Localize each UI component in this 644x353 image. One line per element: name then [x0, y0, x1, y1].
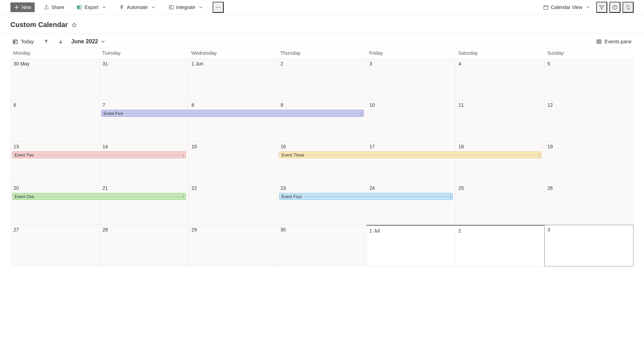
- date-label: 28: [103, 227, 108, 232]
- date-label: 12: [547, 102, 553, 108]
- calendar-event[interactable]: Event Two: [12, 151, 186, 158]
- calendar-cell[interactable]: 3: [367, 59, 456, 100]
- date-label: 16: [281, 144, 286, 149]
- today-button[interactable]: Today: [10, 37, 36, 46]
- filter-button[interactable]: [596, 2, 607, 13]
- calendar-cell[interactable]: 19: [544, 142, 634, 183]
- calendar-cell[interactable]: 31: [100, 59, 189, 100]
- svg-point-11: [218, 7, 218, 7]
- arrow-up-icon: [43, 39, 49, 44]
- date-label: 2: [281, 61, 283, 67]
- integrate-button[interactable]: Integrate: [165, 2, 207, 12]
- events-pane-icon: [596, 39, 602, 44]
- collapse-button[interactable]: [622, 2, 634, 13]
- calendar-cell[interactable]: 9: [278, 100, 367, 142]
- export-button[interactable]: Export: [73, 2, 110, 12]
- today-icon: [12, 39, 18, 44]
- calendar-cell[interactable]: 13: [11, 142, 100, 183]
- event-title: Event Three: [282, 153, 304, 158]
- calendar-cell[interactable]: 17: [367, 142, 456, 183]
- calendar-cell[interactable]: 30: [278, 225, 367, 266]
- info-button[interactable]: [609, 2, 620, 13]
- calendar-event[interactable]: Event One: [12, 193, 186, 200]
- date-label: 20: [14, 185, 19, 191]
- date-label: 9: [281, 102, 283, 108]
- calendar-cell[interactable]: 24: [367, 183, 456, 225]
- calendar-cell[interactable]: 27: [11, 225, 100, 266]
- view-switcher-button[interactable]: Calendar View: [540, 2, 594, 12]
- svg-rect-22: [14, 42, 15, 43]
- date-label: 13: [14, 144, 19, 149]
- chevron-down-icon: [100, 39, 106, 44]
- calendar-cell[interactable]: 21: [100, 183, 189, 225]
- integrate-icon: [169, 5, 174, 10]
- calendar-event[interactable]: Event Four: [279, 193, 453, 200]
- new-label: New: [22, 5, 31, 10]
- next-month-button[interactable]: [57, 37, 65, 46]
- date-label: 19: [547, 144, 553, 149]
- calendar-cell[interactable]: 22: [189, 183, 278, 225]
- plus-icon: [14, 5, 19, 10]
- calendar-event[interactable]: Event Five: [101, 110, 364, 117]
- calendar-cell[interactable]: 20: [11, 183, 100, 225]
- calendar-cell[interactable]: 6: [11, 100, 100, 142]
- automate-button[interactable]: Automate: [116, 2, 160, 12]
- calendar-cell[interactable]: 4: [456, 59, 545, 100]
- ellipsis-icon: [215, 5, 221, 10]
- day-header-cell: Tuesday: [100, 48, 189, 59]
- calendar-cell[interactable]: 1 Jun: [189, 59, 278, 100]
- share-button[interactable]: Share: [40, 2, 68, 12]
- calendar-cell[interactable]: 30 May: [11, 59, 100, 100]
- calendar-cell[interactable]: 28: [100, 225, 189, 266]
- day-header-cell: Monday: [10, 48, 100, 59]
- calendar-cell[interactable]: 2: [456, 225, 545, 266]
- calendar-cell[interactable]: 12: [544, 100, 634, 142]
- calendar-cell[interactable]: 8: [189, 100, 278, 142]
- calendar-cell[interactable]: 16: [278, 142, 367, 183]
- date-label: 10: [369, 102, 375, 108]
- more-button[interactable]: [213, 2, 224, 13]
- page-title: Custom Calendar: [10, 21, 68, 29]
- calendar-cell[interactable]: 2: [278, 59, 367, 100]
- calendar-event[interactable]: Event Three: [279, 151, 542, 158]
- calendar-cell[interactable]: 26: [544, 183, 634, 225]
- month-picker[interactable]: June 2022: [71, 38, 105, 45]
- prev-month-button[interactable]: [42, 37, 50, 46]
- calendar-cell[interactable]: 29: [189, 225, 278, 266]
- new-button[interactable]: New: [10, 2, 35, 12]
- day-header-cell: Thursday: [277, 48, 367, 59]
- calendar-cell[interactable]: 3: [544, 225, 634, 266]
- calendar-cell[interactable]: 23: [278, 183, 367, 225]
- event-title: Event Four: [282, 194, 302, 199]
- date-label: 18: [458, 144, 464, 149]
- calendar-cell[interactable]: 18: [456, 142, 545, 183]
- automate-icon: [119, 5, 125, 10]
- collapse-icon: [625, 5, 631, 10]
- calendar-cell[interactable]: 5: [544, 59, 634, 100]
- date-label: 2: [458, 228, 461, 233]
- calendar-cell[interactable]: 14: [100, 142, 189, 183]
- date-label: 7: [103, 102, 105, 108]
- favorite-star-icon[interactable]: [71, 22, 77, 28]
- svg-point-19: [615, 6, 615, 6]
- calendar-cell[interactable]: 15: [189, 142, 278, 183]
- chevron-down-icon: [585, 5, 591, 10]
- date-label: 8: [191, 102, 194, 108]
- calendar-cell[interactable]: 11: [456, 100, 545, 142]
- date-label: 31: [103, 61, 108, 67]
- date-label: 29: [191, 227, 197, 232]
- calendar-cell[interactable]: 10: [367, 100, 456, 142]
- date-label: 14: [103, 144, 108, 149]
- date-label: 17: [369, 144, 375, 149]
- date-label: 6: [14, 102, 16, 108]
- calendar-cell[interactable]: 25: [456, 183, 545, 225]
- calendar-cell[interactable]: 1 Jul: [367, 225, 456, 266]
- event-title: Event One: [15, 194, 34, 199]
- svg-point-10: [216, 7, 217, 7]
- date-label: 30: [281, 227, 286, 232]
- events-pane-button[interactable]: Events pane: [594, 37, 634, 46]
- date-label: 27: [14, 227, 19, 232]
- calendar-cell[interactable]: 7: [100, 100, 189, 142]
- arrow-down-icon: [58, 39, 63, 44]
- date-label: 24: [369, 185, 375, 191]
